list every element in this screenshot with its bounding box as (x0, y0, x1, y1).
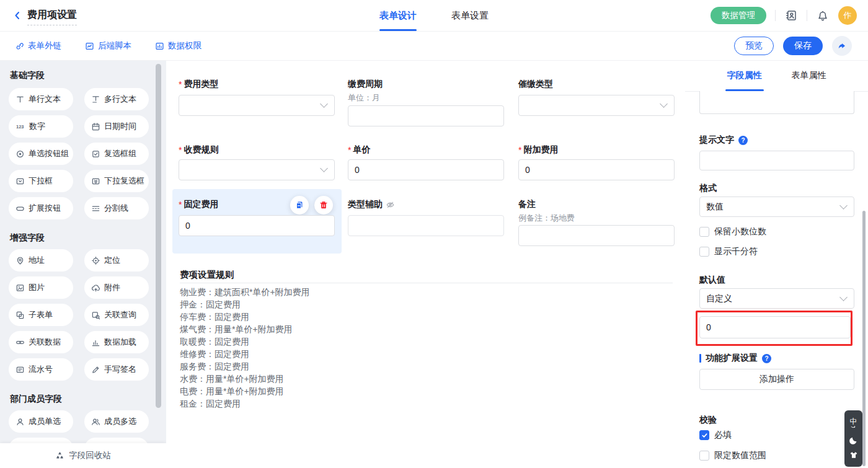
member-multi-icon (91, 417, 100, 426)
remark-input[interactable] (518, 225, 675, 246)
rule-line: 取暖费：固定费用 (180, 335, 673, 348)
external-link-action[interactable]: 表单外链 (15, 40, 61, 51)
rule-line: 电费：用量*单价+附加费用 (180, 385, 673, 397)
sidebar-item-member-multi[interactable]: 成员多选 (84, 410, 149, 433)
sidebar-item-single-line-text[interactable]: 单行文本 (9, 88, 73, 110)
dark-mode-moon-icon[interactable] (849, 436, 858, 445)
sidebar-item-linked-data[interactable]: 关联数据 (9, 331, 73, 353)
signature-icon (91, 365, 100, 374)
sidebar-item-multiline-text[interactable]: 多行文本 (84, 88, 149, 110)
add-action-button[interactable]: 添加操作 (699, 369, 854, 390)
share-arrow-icon (837, 41, 847, 51)
data-manage-button[interactable]: 数据管理 (711, 7, 766, 24)
tab-form-design[interactable]: 表单设计 (379, 0, 417, 31)
sidebar-item-radio-group[interactable]: 单选按钮组 (9, 143, 73, 165)
save-button[interactable]: 保存 (783, 37, 823, 55)
data-permission-action[interactable]: 数据权限 (155, 40, 202, 51)
rule-line: 维修费：固定费用 (180, 348, 673, 360)
sidebar-item-datetime[interactable]: 日期时间 (84, 115, 149, 138)
delete-field-button[interactable] (314, 196, 333, 214)
sidebar-item-select[interactable]: 下拉框 (9, 170, 73, 192)
language-toggle[interactable]: 中 (850, 418, 857, 430)
number-icon: 123 (16, 122, 25, 131)
sidebar-item-subform[interactable]: 子表单 (9, 304, 73, 326)
checkbox-unchecked (699, 247, 709, 257)
share-button[interactable] (832, 36, 852, 56)
required-checkbox[interactable]: 必填 (699, 430, 732, 441)
sidebar-item-address[interactable]: 地址 (9, 249, 73, 272)
linked-query-icon (91, 311, 100, 320)
preview-button[interactable]: 预览 (734, 37, 774, 55)
field-label-pay-cycle: 缴费周期 (348, 79, 383, 90)
sidebar-item-attachment[interactable]: 附件 (84, 276, 149, 299)
toolbar-buttons: 预览 保存 (734, 32, 852, 60)
default-value-input[interactable] (699, 316, 851, 338)
sidebar-item-divider-line[interactable]: 分割线 (84, 197, 149, 219)
sidebar-item-member-single[interactable]: 成员单选 (9, 410, 73, 433)
unit-price-input[interactable] (348, 159, 504, 180)
address-icon (16, 256, 25, 265)
sidebar-scrollbar[interactable] (156, 64, 161, 408)
sidebar-item-linked-query[interactable]: 关联查询 (84, 304, 149, 326)
multi-select-icon (91, 177, 100, 186)
tab-form-settings[interactable]: 表单设置 (451, 0, 489, 31)
panel-scrollbar[interactable] (862, 211, 866, 466)
sidebar-item-serial-number[interactable]: 流水号 (9, 358, 73, 381)
fixed-fee-input[interactable] (179, 215, 335, 236)
field-name-input-partial[interactable] (699, 91, 854, 114)
format-select[interactable]: 数值 (699, 196, 854, 217)
checkbox-checked (699, 430, 709, 440)
sidebar-item-data-load[interactable]: 数据加载 (84, 331, 149, 353)
thousands-checkbox[interactable]: 显示千分符 (699, 246, 758, 257)
contact-book-icon[interactable] (784, 9, 798, 22)
linked-data-icon (16, 338, 25, 347)
sidebar-item-label: 手写签名 (104, 364, 136, 375)
extension-settings-label: 功能扩展设置 ? (699, 353, 771, 364)
field-label-remark: 备注 (518, 199, 536, 210)
charge-rule-select[interactable] (179, 159, 335, 180)
default-value-select[interactable]: 自定义 (699, 288, 854, 309)
tab-form-properties[interactable]: 表单属性 (792, 60, 826, 91)
avatar[interactable]: 作 (838, 6, 857, 25)
sidebar-item-locate[interactable]: 定位 (84, 249, 149, 272)
duplicate-field-button[interactable] (290, 196, 309, 214)
sidebar-item-checkbox-group[interactable]: 复选框组 (84, 143, 149, 165)
tab-field-properties[interactable]: 字段属性 (727, 60, 762, 91)
range-limit-checkbox[interactable]: 限定数值范围 (699, 450, 766, 461)
pay-cycle-input[interactable] (348, 105, 504, 126)
extra-fee-input[interactable] (518, 159, 675, 180)
fee-type-select[interactable] (179, 95, 335, 116)
chevron-down-icon (839, 293, 848, 301)
sidebar-item-multi-select[interactable]: 下拉复选框 (84, 170, 149, 192)
backend-script-action[interactable]: 后端脚本 (85, 40, 131, 51)
theme-shirt-icon[interactable] (849, 451, 858, 459)
section-title-basic: 基础字段 (10, 70, 45, 81)
help-icon[interactable]: ? (738, 136, 748, 145)
notification-bell-icon[interactable] (816, 9, 830, 22)
sidebar-item-extend-button[interactable]: 扩展按钮 (9, 197, 73, 219)
field-label-urge-type: 催缴类型 (518, 79, 553, 90)
field-label-fixed-fee: *固定费用 (179, 199, 218, 210)
type-assist-input[interactable] (348, 215, 504, 236)
sub-toolbar: 表单外链 后端脚本 数据权限 预览 保存 (0, 32, 868, 61)
sidebar-item-signature[interactable]: 手写签名 (84, 358, 149, 381)
help-icon[interactable]: ? (762, 354, 771, 363)
urge-type-select[interactable] (518, 95, 675, 116)
chevron-down-icon (320, 100, 328, 108)
switch-arrow-icon (851, 426, 857, 430)
panel-tabs: 字段属性 表单属性 (685, 60, 868, 92)
tip-text-label: 提示文字 ? (699, 135, 748, 146)
extend-button-icon (16, 204, 25, 213)
field-label-charge-rule: *收费规则 (179, 144, 218, 156)
radio-group-icon (16, 149, 25, 159)
sidebar-item-image[interactable]: 图片 (9, 276, 73, 299)
select-icon (16, 177, 25, 186)
decimal-checkbox[interactable]: 保留小数位数 (699, 226, 766, 237)
sidebar-item-number[interactable]: 123 数字 (9, 115, 73, 138)
checkbox-unchecked (699, 227, 709, 237)
tip-text-input[interactable] (699, 151, 854, 170)
form-canvas: *费用类型 缴费周期 单位：月 催缴类型 *收费规则 *单价 *附加费用 *固定… (166, 60, 686, 468)
sidebar-item-label: 成员多选 (104, 416, 136, 427)
field-recycle-bin[interactable]: 字段回收站 (0, 443, 166, 468)
checkbox-unchecked (699, 451, 709, 461)
